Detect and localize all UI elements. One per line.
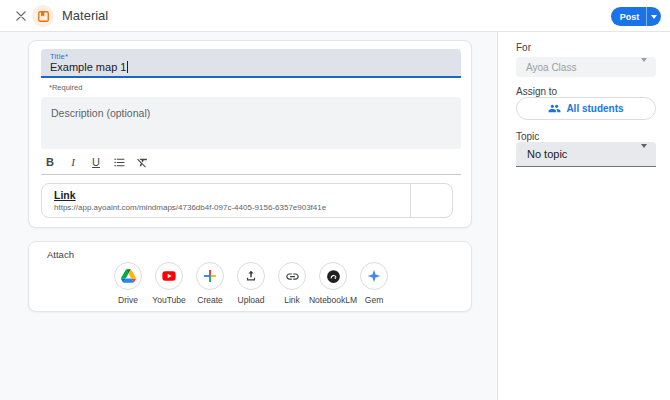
- title-input[interactable]: Title* Example map 1: [41, 49, 461, 78]
- all-students-button[interactable]: All students: [516, 97, 656, 120]
- attach-upload-button[interactable]: Upload: [231, 262, 272, 308]
- bulleted-list-button[interactable]: [112, 153, 126, 171]
- toolbar-divider: [41, 174, 461, 175]
- post-button[interactable]: Post: [611, 7, 646, 26]
- link-icon: [278, 262, 306, 290]
- attach-card: Attach Drive: [28, 241, 472, 312]
- link-attachment[interactable]: Link https://app.ayoaint.com/mindmaps/47…: [41, 183, 453, 218]
- sidebar: For Ayoa Class Assign to All students To…: [497, 32, 670, 400]
- material-icon: [32, 5, 54, 27]
- attach-notebooklm-button[interactable]: NotebookLM: [313, 262, 354, 308]
- text-cursor: [127, 61, 128, 73]
- attach-gem-button[interactable]: Gem: [354, 262, 395, 308]
- upload-icon: [237, 262, 265, 290]
- material-dialog: Material Post Title* Example map 1 *Requ…: [0, 0, 670, 400]
- attach-drive-button[interactable]: Drive: [108, 262, 149, 308]
- top-bar: Material Post: [0, 0, 670, 32]
- link-attachment-title[interactable]: Link: [54, 189, 76, 201]
- topic-label: Topic: [516, 131, 539, 142]
- dialog-title: Material: [62, 8, 108, 23]
- clear-formatting-icon: [136, 156, 149, 169]
- class-select: Ayoa Class: [516, 57, 656, 77]
- bold-button[interactable]: B: [43, 153, 57, 171]
- create-plus-icon: [196, 262, 224, 290]
- required-note: *Required: [49, 83, 82, 92]
- chevron-down-icon: [641, 148, 647, 160]
- form-card: Title* Example map 1 *Required Descripti…: [28, 40, 472, 228]
- for-label: For: [516, 42, 531, 53]
- attach-create-button[interactable]: Create: [190, 262, 231, 308]
- clear-formatting-button[interactable]: [135, 153, 149, 171]
- link-card-divider: [410, 184, 411, 217]
- all-students-label: All students: [566, 103, 623, 114]
- topic-select[interactable]: No topic: [516, 142, 656, 167]
- topic-select-value: No topic: [527, 148, 567, 160]
- students-icon: [548, 102, 561, 115]
- attach-label: Attach: [47, 249, 74, 260]
- main-panel: Title* Example map 1 *Required Descripti…: [0, 32, 497, 400]
- youtube-icon: [155, 262, 183, 290]
- description-placeholder: Description (optional): [51, 107, 150, 119]
- drive-icon: [114, 262, 142, 290]
- underline-button[interactable]: U: [89, 153, 103, 171]
- notebooklm-icon: [319, 262, 347, 290]
- close-icon[interactable]: [14, 9, 28, 23]
- attach-options-row: Drive YouTube: [29, 262, 473, 308]
- gem-icon: [360, 262, 388, 290]
- post-button-group: Post: [611, 7, 661, 26]
- post-options-button[interactable]: [646, 7, 661, 26]
- attach-link-button[interactable]: Link: [272, 262, 313, 308]
- assign-to-label: Assign to: [516, 86, 557, 97]
- description-input[interactable]: Description (optional): [41, 97, 461, 149]
- attach-youtube-button[interactable]: YouTube: [149, 262, 190, 308]
- title-value: Example map 1: [50, 61, 128, 73]
- italic-button[interactable]: I: [66, 153, 80, 171]
- link-attachment-url: https://app.ayoaint.com/mindmaps/4736db4…: [54, 203, 404, 212]
- chevron-down-icon: [651, 15, 657, 19]
- title-label: Title*: [50, 52, 68, 61]
- bulleted-list-icon: [113, 156, 126, 169]
- class-select-value: Ayoa Class: [526, 62, 576, 73]
- chevron-down-icon: [641, 62, 647, 73]
- format-toolbar: B I U: [43, 152, 149, 172]
